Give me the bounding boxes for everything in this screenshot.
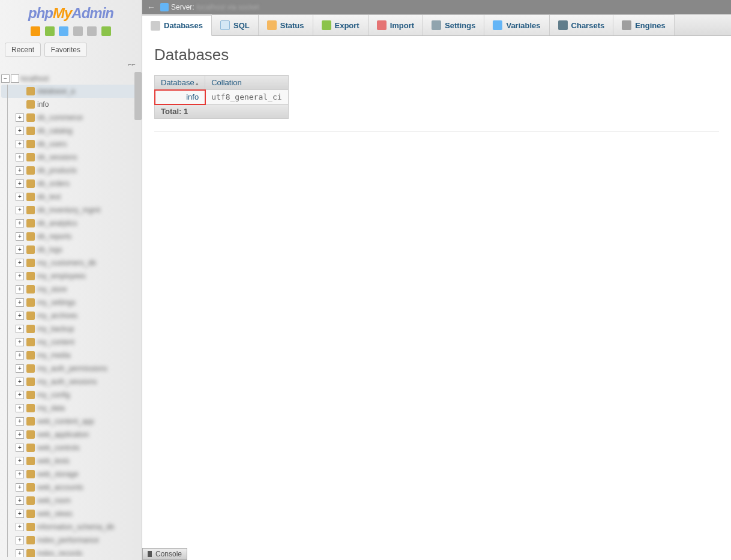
tree-item-label[interactable]: my_settings: [37, 298, 76, 307]
tree-item-label[interactable]: my_store: [37, 285, 67, 294]
tree-item-label[interactable]: database_a: [37, 87, 75, 95]
db-name-cell[interactable]: info: [155, 90, 205, 104]
collapse-panel-icon[interactable]: ←: [147, 2, 155, 12]
tree-item[interactable]: +information_schema_db: [1, 520, 139, 534]
tree-item[interactable]: +web_views: [1, 507, 139, 520]
col-collation[interactable]: Collation: [205, 76, 288, 90]
tree-item-label[interactable]: web_content_app: [37, 417, 94, 426]
tree-item-label[interactable]: db_orders: [37, 179, 70, 188]
tree-item[interactable]: +my_auth_sessions: [1, 375, 139, 388]
tree-db-toggle-icon[interactable]: [11, 74, 19, 83]
tree-item[interactable]: +my_store: [1, 283, 139, 296]
tree-item-label[interactable]: db_analytics: [37, 219, 77, 227]
tree-item-label[interactable]: web_accounts: [37, 483, 83, 492]
tree-item-label[interactable]: my_archives: [37, 312, 77, 320]
expand-icon[interactable]: +: [16, 417, 24, 426]
tree-item[interactable]: +db_sessions: [1, 151, 139, 164]
expand-icon[interactable]: +: [16, 496, 24, 505]
tree-item[interactable]: +my_content: [1, 336, 139, 349]
tree-item-label[interactable]: web_application: [37, 430, 89, 439]
tree-item-label[interactable]: db_reports: [37, 232, 71, 241]
tree-item[interactable]: +db_inventory_mgmt: [1, 203, 139, 217]
tree-item[interactable]: +web_application: [1, 428, 139, 441]
expand-icon[interactable]: +: [16, 113, 24, 122]
link-indicator[interactable]: ⌐⌐: [0, 59, 142, 69]
tab-databases[interactable]: Databases: [142, 15, 212, 36]
expand-icon[interactable]: +: [16, 325, 24, 333]
tree-item[interactable]: +web_tests: [1, 454, 139, 468]
expand-icon[interactable]: +: [16, 457, 24, 465]
expand-icon[interactable]: +: [16, 140, 24, 148]
expand-icon[interactable]: +: [16, 338, 24, 346]
db-link[interactable]: info: [186, 92, 199, 101]
nav-settings-icon[interactable]: [87, 26, 97, 36]
tree-item[interactable]: +my_media: [1, 349, 139, 362]
tree-item[interactable]: +web_controls: [1, 441, 139, 454]
tree-root-label[interactable]: localhost: [20, 74, 49, 83]
console-button[interactable]: Console: [142, 548, 187, 560]
expand-icon[interactable]: +: [16, 272, 24, 280]
tab-sql[interactable]: SQL: [212, 14, 259, 35]
expand-icon[interactable]: +: [16, 285, 24, 294]
expand-icon[interactable]: +: [16, 404, 24, 412]
tree-collapse-icon[interactable]: −: [1, 74, 10, 83]
tree-item[interactable]: +my_employees: [1, 269, 139, 283]
expand-icon[interactable]: +: [16, 245, 24, 254]
tree-item-label[interactable]: my_employees: [37, 272, 86, 280]
tree-item[interactable]: +db_orders: [1, 177, 139, 190]
expand-icon[interactable]: +: [16, 536, 24, 544]
tree-item-label[interactable]: db_commerce: [37, 113, 83, 122]
tree-item[interactable]: +my_data: [1, 402, 139, 415]
tab-export[interactable]: Export: [313, 14, 369, 35]
expand-icon[interactable]: +: [16, 206, 24, 214]
expand-icon[interactable]: +: [16, 232, 24, 241]
expand-icon[interactable]: +: [16, 378, 24, 386]
tree-item[interactable]: +my_archives: [1, 309, 139, 322]
tree-item[interactable]: +my_settings: [1, 296, 139, 309]
nav-sql-icon[interactable]: [73, 26, 83, 36]
tree-item-label[interactable]: index_records: [37, 549, 82, 557]
tree-item-label[interactable]: db_logs: [37, 245, 62, 254]
tree-item-label[interactable]: my_config: [37, 391, 70, 399]
tree-item-label[interactable]: web_views: [37, 510, 73, 518]
expand-icon[interactable]: +: [16, 364, 24, 373]
tree-item-label[interactable]: web_tests: [37, 457, 70, 465]
expand-icon[interactable]: +: [16, 153, 24, 161]
tree-item[interactable]: +info: [1, 98, 139, 111]
tree-item[interactable]: +web_content_app: [1, 415, 139, 428]
expand-icon[interactable]: +: [16, 312, 24, 320]
tab-status[interactable]: Status: [259, 14, 313, 35]
logout-icon[interactable]: [45, 26, 55, 36]
tree-item-label[interactable]: db_products: [37, 166, 77, 175]
tree-item[interactable]: +db_test: [1, 190, 139, 203]
server-name[interactable]: localhost via socket: [197, 3, 259, 11]
tree-item[interactable]: +my_auth_permissions: [1, 362, 139, 375]
tree-item[interactable]: +database_a: [1, 85, 139, 98]
tree-item-label[interactable]: my_auth_permissions: [37, 364, 107, 373]
tree-item-label[interactable]: db_inventory_mgmt: [37, 206, 100, 214]
tree-item[interactable]: +db_catalog: [1, 124, 139, 137]
tree-item-label[interactable]: my_auth_sessions: [37, 378, 97, 386]
sidebar-scrollbar[interactable]: [134, 72, 142, 560]
tree-item[interactable]: +index_performance: [1, 534, 139, 547]
tree-item[interactable]: +db_products: [1, 164, 139, 177]
expand-icon[interactable]: +: [16, 510, 24, 518]
tree-item[interactable]: +db_commerce: [1, 111, 139, 124]
tree-item-label[interactable]: web_room: [37, 496, 71, 505]
expand-icon[interactable]: +: [16, 193, 24, 201]
recent-tab[interactable]: Recent: [5, 43, 41, 57]
tree-item-label[interactable]: my_media: [37, 351, 70, 360]
tree-item-label[interactable]: db_catalog: [37, 127, 73, 135]
tree-item[interactable]: +my_customers_db: [1, 256, 139, 269]
tree-item-label[interactable]: db_sessions: [37, 153, 77, 161]
logo[interactable]: phpMyAdmin: [0, 0, 142, 24]
docs-icon[interactable]: [59, 26, 68, 36]
tree-item-label[interactable]: my_customers_db: [37, 259, 96, 267]
tab-import[interactable]: Import: [369, 14, 423, 35]
tab-engines[interactable]: Engines: [613, 14, 675, 35]
home-icon[interactable]: [31, 26, 40, 36]
tree-item[interactable]: +index_records: [1, 547, 139, 557]
tab-charsets[interactable]: Charsets: [550, 14, 614, 35]
expand-icon[interactable]: +: [16, 179, 24, 188]
expand-icon[interactable]: +: [16, 391, 24, 399]
